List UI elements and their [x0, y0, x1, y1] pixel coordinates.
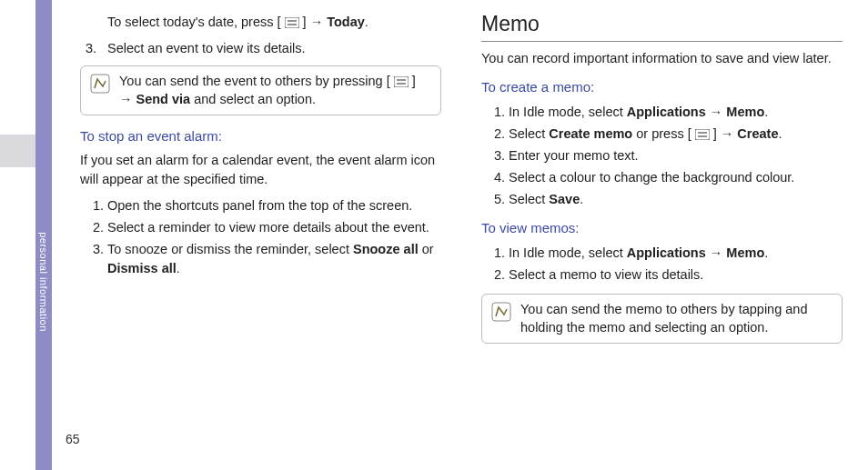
- edge-gray-band: [0, 135, 35, 167]
- step-text: Select a reminder to view more details a…: [107, 220, 429, 235]
- ol1-1-mid: →: [706, 105, 727, 119]
- ol2-1-mid: →: [706, 245, 727, 260]
- today-line-post: .: [365, 15, 368, 29]
- list-item: Select a colour to change the background…: [509, 168, 843, 187]
- section-tab: personal information: [35, 0, 52, 470]
- section-tab-label: personal information: [38, 232, 49, 332]
- today-line-mid: ] →: [299, 15, 328, 29]
- note-icon: [491, 302, 511, 322]
- step-3-line: 3. Select an event to view its details.: [80, 39, 441, 58]
- ol1-2-mid: or press [: [632, 126, 695, 141]
- note1-pre: You can send the event to others by pres…: [119, 74, 394, 88]
- ol2-3-b2: Dismiss all: [107, 261, 177, 275]
- stop-alarm-heading: To stop an event alarm:: [80, 126, 441, 146]
- list-item: Select Save.: [509, 190, 843, 209]
- ol2-1-pre: In Idle mode, select: [509, 245, 627, 260]
- today-bold: Today: [327, 15, 365, 29]
- ol2-3-pre: To snooze or dismiss the reminder, selec…: [107, 242, 353, 256]
- stop-alarm-steps: Open the shortcuts panel from the top of…: [80, 196, 441, 278]
- ol1-5-pre: Select: [509, 192, 549, 206]
- menu-icon: [695, 129, 710, 140]
- ol1-1-post: .: [764, 105, 768, 119]
- right-column: Memo You can record important informatio…: [474, 9, 859, 461]
- list-item: Select a reminder to view more details a…: [107, 218, 441, 237]
- list-item: To snooze or dismiss the reminder, selec…: [107, 240, 441, 278]
- view-memo-heading: To view memos:: [481, 218, 843, 238]
- step-3-text: Select an event to view its details.: [107, 39, 306, 58]
- heading-rule: [481, 41, 843, 42]
- manual-page: personal information To select today's d…: [0, 0, 868, 470]
- note-send-event: You can send the event to others by pres…: [80, 65, 441, 115]
- note-send-memo: You can send the memo to others by tappi…: [481, 294, 843, 344]
- list-item: Open the shortcuts panel from the top of…: [107, 196, 441, 215]
- ol1-2-mid2: ] →: [710, 126, 738, 141]
- today-line-pre: To select today's date, press [: [107, 15, 285, 29]
- ol1-2-pre: Select: [509, 126, 549, 141]
- ol2-1-b2: Memo: [726, 245, 764, 260]
- ol2-1-post: .: [764, 245, 768, 260]
- note1-post: and select an option.: [190, 92, 316, 106]
- ol1-2-b1: Create memo: [549, 126, 632, 141]
- ol2-1-b1: Applications: [627, 245, 706, 260]
- ol2-3-b1: Snooze all: [353, 242, 419, 256]
- ol1-1-b1: Applications: [627, 105, 706, 119]
- svg-rect-0: [285, 17, 299, 28]
- ol2-3-mid: or: [419, 242, 434, 256]
- ol1-2-post: .: [778, 126, 782, 141]
- view-memo-steps: In Idle mode, select Applications → Memo…: [481, 244, 843, 285]
- select-today-line: To select today's date, press [ ] → Toda…: [107, 13, 441, 32]
- memo-intro: You can record important information to …: [481, 49, 843, 68]
- ol2-3-post: .: [177, 261, 180, 275]
- note-send-event-text: You can send the event to others by pres…: [119, 72, 431, 109]
- left-column: To select today's date, press [ ] → Toda…: [55, 9, 449, 461]
- memo-heading: Memo: [481, 9, 843, 39]
- ol1-1-pre: In Idle mode, select: [509, 105, 627, 119]
- page-edge: [0, 0, 35, 470]
- create-memo-heading: To create a memo:: [481, 77, 843, 97]
- step-3-num: 3.: [80, 39, 96, 58]
- menu-icon: [285, 17, 299, 28]
- svg-rect-7: [695, 129, 710, 140]
- note1-bold: Send via: [136, 92, 191, 106]
- menu-icon: [394, 76, 409, 87]
- svg-rect-4: [394, 76, 409, 87]
- list-item: In Idle mode, select Applications → Memo…: [509, 103, 843, 122]
- ol1-2-b2: Create: [737, 126, 778, 141]
- list-item: In Idle mode, select Applications → Memo…: [509, 244, 843, 263]
- page-number: 65: [66, 432, 80, 446]
- list-item: Select Create memo or press [ ] → Create…: [509, 125, 843, 144]
- note-icon: [90, 74, 110, 94]
- stop-alarm-para: If you set an alarm for a calendar event…: [80, 151, 441, 189]
- list-item: Enter your memo text.: [509, 146, 843, 165]
- ol1-5-b: Save: [549, 192, 580, 206]
- step-text: Open the shortcuts panel from the top of…: [107, 198, 412, 213]
- ol1-5-post: .: [580, 192, 583, 206]
- ol1-1-b2: Memo: [726, 105, 764, 119]
- create-memo-steps: In Idle mode, select Applications → Memo…: [481, 103, 843, 209]
- step-text: Select a colour to change the background…: [509, 170, 794, 185]
- step-text: Select a memo to view its details.: [509, 267, 703, 282]
- note-send-memo-text: You can send the memo to others by tappi…: [520, 300, 833, 337]
- step-text: Enter your memo text.: [509, 148, 639, 163]
- content-area: To select today's date, press [ ] → Toda…: [55, 9, 859, 461]
- list-item: Select a memo to view its details.: [509, 265, 843, 285]
